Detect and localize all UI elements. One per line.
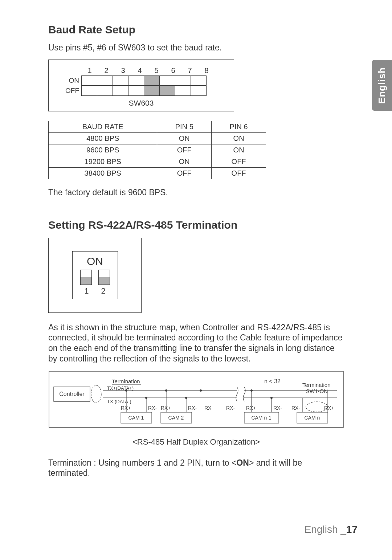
svg-text:RX+: RX+ (204, 405, 215, 411)
table-header: PIN 6 (212, 121, 266, 132)
dip-num: 2 (98, 66, 115, 75)
diagram-termination-right: Termination (302, 382, 331, 388)
dip-cell (97, 75, 113, 85)
dip-off-label: OFF (56, 87, 81, 95)
table-cell: ON (157, 132, 212, 144)
dip-cell (82, 75, 97, 85)
footer-page-number: 17 (346, 524, 358, 535)
table-cell: ON (212, 144, 266, 156)
heading-termination: Setting RS-422A/RS-485 Termination (48, 219, 344, 231)
svg-text:RX-: RX- (291, 405, 300, 411)
table-row: 9600 BPSOFFON (49, 144, 266, 156)
svg-rect-0 (49, 371, 343, 428)
dip-cell (175, 75, 191, 85)
svg-text:CAM n: CAM n (305, 415, 320, 421)
svg-text:RX+: RX+ (161, 405, 171, 411)
table-cell: ON (212, 132, 266, 144)
diagram-txplus: TX+(DATA+) (107, 385, 134, 391)
table-cell: OFF (212, 156, 266, 167)
termination-switch-2-icon (98, 270, 110, 285)
svg-text:RX-: RX- (148, 405, 157, 411)
svg-text:RX-: RX- (188, 405, 197, 411)
language-side-tab-label: English (376, 67, 388, 104)
table-cell: 38400 BPS (49, 167, 157, 179)
dip-cell (113, 75, 128, 85)
rs485-caption: <RS-485 Half Duplex Organization> (48, 437, 344, 447)
dip-cell (175, 86, 191, 95)
dip-cell (160, 86, 175, 95)
dip-num: 8 (198, 66, 215, 75)
footer-language: English _ (305, 524, 346, 535)
dip-num: 5 (148, 66, 165, 75)
rs485-diagram: Controller Termination TX+(DATA+) TX-(DA… (48, 371, 344, 447)
dip-num: 6 (165, 66, 181, 75)
dip-num: 1 (81, 66, 98, 75)
diagram-cam-n: RX- RX+ CAM n (291, 391, 334, 423)
dip-num: 7 (181, 66, 198, 75)
svg-text:RX+: RX+ (324, 405, 334, 411)
table-header: PIN 5 (157, 121, 212, 132)
diagram-cam2: RX+ RX- CAM 2 (161, 391, 197, 423)
termination-switch-1-icon (80, 270, 92, 285)
svg-text:RX-: RX- (273, 405, 282, 411)
termination-switch-num: 1 (84, 286, 89, 296)
table-cell: ON (157, 156, 212, 167)
table-row: 4800 BPSONON (49, 132, 266, 144)
dip-cell (82, 86, 97, 95)
dip-on-label: ON (56, 77, 81, 85)
termination-on-label: ON (73, 255, 118, 267)
baud-rate-default-note: The factory default is 9600 BPS. (48, 187, 344, 198)
svg-point-2 (91, 385, 101, 403)
dip-num: 4 (131, 66, 148, 75)
dip-cell (191, 75, 207, 85)
termination-pin-note: Termination : Using numbers 1 and 2 PIN,… (48, 458, 344, 479)
heading-baud-rate: Baud Rate Setup (48, 24, 344, 36)
dip-on-row (81, 75, 207, 86)
table-cell: OFF (212, 167, 266, 179)
dip-cell (113, 86, 128, 95)
dip-off-row (81, 86, 207, 96)
table-row: 38400 BPSOFFOFF (49, 167, 266, 179)
dip-cell (191, 86, 207, 95)
diagram-txminus: TX-(DATA-) (107, 399, 131, 404)
table-cell: 9600 BPS (49, 144, 157, 156)
dip-cell (144, 86, 160, 95)
dip-cell (128, 86, 144, 95)
svg-text:RX+: RX+ (121, 405, 131, 411)
table-header: BAUD RATE (49, 121, 157, 132)
termination-pin-note-prefix: Termination : Using numbers 1 and 2 PIN,… (48, 458, 236, 467)
baud-rate-table: BAUD RATEPIN 5PIN 6 4800 BPSONON9600 BPS… (48, 121, 266, 179)
table-cell: 4800 BPS (49, 132, 157, 144)
svg-point-13 (200, 389, 202, 392)
dip-cell (144, 75, 160, 85)
svg-text:CAM 1: CAM 1 (128, 415, 144, 421)
dip-cell (160, 75, 175, 85)
dip-switch-sw603-figure: 1 2 3 4 5 6 7 8 ON OFF SW603 (48, 60, 234, 111)
table-cell: OFF (157, 167, 212, 179)
dip-cell (128, 75, 144, 85)
table-cell: OFF (157, 144, 212, 156)
table-cell: 19200 BPS (49, 156, 157, 167)
baud-rate-intro: Use pins #5, #6 of SW603 to set the baud… (48, 42, 344, 53)
language-side-tab: English (372, 60, 392, 111)
dip-cell (97, 86, 113, 95)
svg-text:CAM 2: CAM 2 (168, 415, 184, 421)
termination-switch-figure: ON 1 2 (48, 238, 142, 313)
dip-caption: SW603 (56, 99, 226, 107)
page-footer: English _17 (305, 524, 358, 535)
diagram-n-lt-32: n < 32 (264, 378, 281, 384)
svg-text:RX+: RX+ (246, 405, 256, 411)
table-row: 19200 BPSONOFF (49, 156, 266, 167)
dip-num: 3 (115, 66, 131, 75)
diagram-controller-label: Controller (59, 391, 85, 397)
diagram-cam1: RX+ RX- CAM 1 (121, 391, 157, 423)
termination-pin-note-bold: ON (236, 458, 249, 467)
svg-text:CAM n-1: CAM n-1 (251, 415, 271, 421)
termination-paragraph: As it is shown in the structure map, whe… (48, 322, 344, 364)
dip-numbers-row: 1 2 3 4 5 6 7 8 (81, 66, 226, 75)
diagram-cam-n-1: RX+ RX- CAM n-1 (244, 391, 282, 423)
svg-text:RX-: RX- (226, 405, 235, 411)
diagram-sw1-on: SW1-ON (306, 388, 328, 394)
diagram-termination-left: Termination (112, 378, 140, 384)
termination-switch-num: 2 (101, 286, 106, 296)
